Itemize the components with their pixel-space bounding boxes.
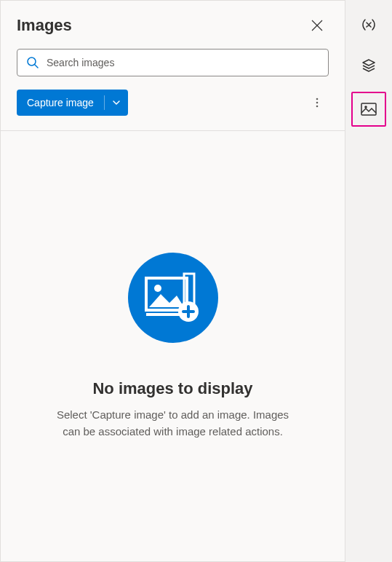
search-input[interactable] xyxy=(47,57,319,68)
layers-icon xyxy=(361,58,376,73)
rail-variables-button[interactable] xyxy=(354,10,383,39)
image-icon xyxy=(361,102,377,116)
svg-point-2 xyxy=(316,102,319,104)
empty-state-subtitle: Select 'Capture image' to add an image. … xyxy=(49,407,297,440)
content-area: No images to display Select 'Capture ima… xyxy=(1,130,345,561)
search-box[interactable] xyxy=(17,49,329,76)
more-options-button[interactable] xyxy=(305,91,329,114)
search-container xyxy=(1,49,345,76)
svg-point-1 xyxy=(316,98,319,100)
side-rail xyxy=(345,0,392,562)
variables-icon xyxy=(361,17,376,32)
panel-header: Images xyxy=(1,1,345,49)
capture-image-button[interactable]: Capture image xyxy=(17,90,104,116)
panel-title: Images xyxy=(17,16,72,35)
rail-layers-button[interactable] xyxy=(354,51,383,80)
close-button[interactable] xyxy=(305,14,329,37)
images-panel: Images Capture image xyxy=(0,0,345,562)
close-icon xyxy=(311,20,323,31)
svg-rect-9 xyxy=(361,103,376,115)
rail-images-button[interactable] xyxy=(351,92,386,127)
svg-point-3 xyxy=(316,106,319,108)
image-add-icon xyxy=(143,272,203,323)
svg-point-6 xyxy=(154,285,161,292)
capture-image-dropdown[interactable] xyxy=(105,90,128,116)
empty-state-title: No images to display xyxy=(92,379,252,398)
capture-image-split-button[interactable]: Capture image xyxy=(17,90,128,116)
svg-rect-7 xyxy=(146,313,180,316)
more-vertical-icon xyxy=(311,97,323,108)
search-icon xyxy=(26,56,39,69)
svg-point-0 xyxy=(28,58,36,66)
empty-state-illustration xyxy=(128,253,218,343)
chevron-down-icon xyxy=(112,98,121,107)
toolbar: Capture image xyxy=(1,76,345,130)
